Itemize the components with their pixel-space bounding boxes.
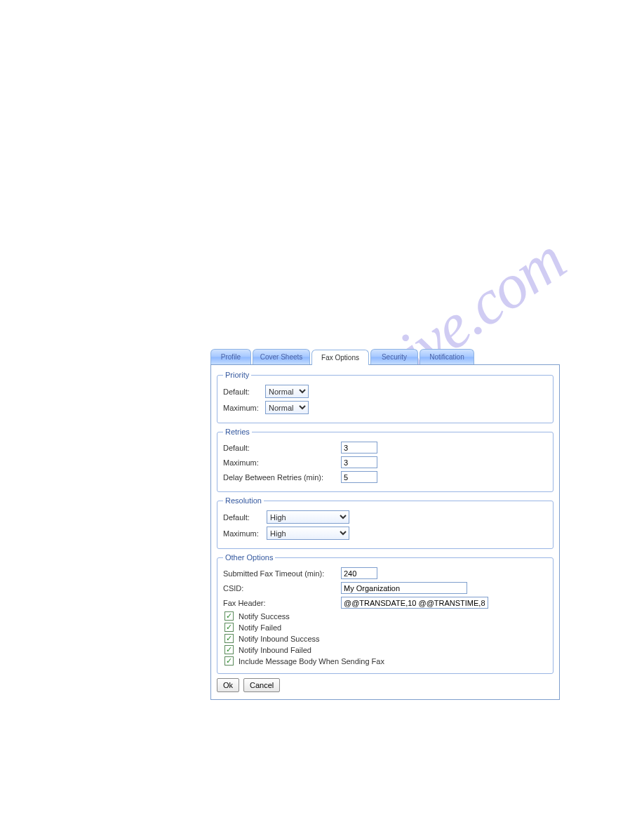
resolution-maximum-label: Maximum: bbox=[223, 529, 267, 538]
other-options-legend: Other Options bbox=[223, 553, 275, 562]
notify-success-checkbox[interactable]: ✓ bbox=[224, 611, 234, 621]
notify-inbound-success-label: Notify Inbound Success bbox=[239, 635, 320, 643]
include-body-checkbox[interactable]: ✓ bbox=[224, 656, 234, 666]
tab-security[interactable]: Security bbox=[370, 349, 418, 364]
tab-cover-sheets[interactable]: Cover Sheets bbox=[253, 349, 310, 364]
priority-maximum-select[interactable]: Normal bbox=[265, 401, 309, 414]
priority-default-label: Default: bbox=[223, 388, 265, 396]
resolution-legend: Resolution bbox=[223, 496, 264, 505]
resolution-default-label: Default: bbox=[223, 513, 267, 522]
fax-header-input[interactable] bbox=[341, 597, 488, 609]
notify-inbound-success-checkbox[interactable]: ✓ bbox=[224, 634, 234, 643]
tab-profile[interactable]: Profile bbox=[210, 349, 251, 364]
timeout-input[interactable] bbox=[341, 567, 377, 579]
retries-delay-label: Delay Between Retries (min): bbox=[223, 473, 341, 482]
retries-legend: Retries bbox=[223, 428, 252, 436]
tab-bar: Profile Cover Sheets Fax Options Securit… bbox=[210, 349, 560, 364]
notify-failed-label: Notify Failed bbox=[239, 623, 281, 632]
ok-button[interactable]: Ok bbox=[217, 678, 239, 692]
other-options-group: Other Options Submitted Fax Timeout (min… bbox=[217, 553, 554, 674]
csid-label: CSID: bbox=[223, 584, 341, 593]
fax-options-panel: Profile Cover Sheets Fax Options Securit… bbox=[210, 349, 560, 700]
csid-input[interactable] bbox=[341, 582, 467, 594]
retries-delay-input[interactable] bbox=[341, 471, 377, 483]
notify-inbound-failed-checkbox[interactable]: ✓ bbox=[224, 645, 234, 654]
tab-fax-options[interactable]: Fax Options bbox=[311, 350, 369, 365]
retries-group: Retries Default: Maximum: Delay Between … bbox=[217, 428, 554, 492]
priority-legend: Priority bbox=[223, 371, 251, 379]
tab-content: Priority Default: Normal Maximum: Normal… bbox=[210, 364, 560, 700]
retries-maximum-input[interactable] bbox=[341, 456, 377, 468]
priority-group: Priority Default: Normal Maximum: Normal bbox=[217, 371, 554, 423]
resolution-group: Resolution Default: High Maximum: High bbox=[217, 496, 554, 549]
retries-default-input[interactable] bbox=[341, 442, 377, 454]
tab-notification[interactable]: Notification bbox=[420, 349, 474, 364]
fax-header-label: Fax Header: bbox=[223, 599, 341, 607]
retries-maximum-label: Maximum: bbox=[223, 458, 341, 467]
notify-inbound-failed-label: Notify Inbound Failed bbox=[239, 646, 311, 654]
priority-default-select[interactable]: Normal bbox=[265, 385, 309, 398]
notify-failed-checkbox[interactable]: ✓ bbox=[224, 623, 234, 632]
retries-default-label: Default: bbox=[223, 444, 341, 452]
notify-success-label: Notify Success bbox=[239, 612, 290, 621]
resolution-maximum-select[interactable]: High bbox=[267, 527, 349, 540]
include-body-label: Include Message Body When Sending Fax bbox=[239, 657, 384, 666]
cancel-button[interactable]: Cancel bbox=[243, 678, 280, 692]
priority-maximum-label: Maximum: bbox=[223, 404, 265, 412]
resolution-default-select[interactable]: High bbox=[267, 510, 349, 524]
button-bar: Ok Cancel bbox=[217, 678, 554, 692]
timeout-label: Submitted Fax Timeout (min): bbox=[223, 569, 341, 578]
